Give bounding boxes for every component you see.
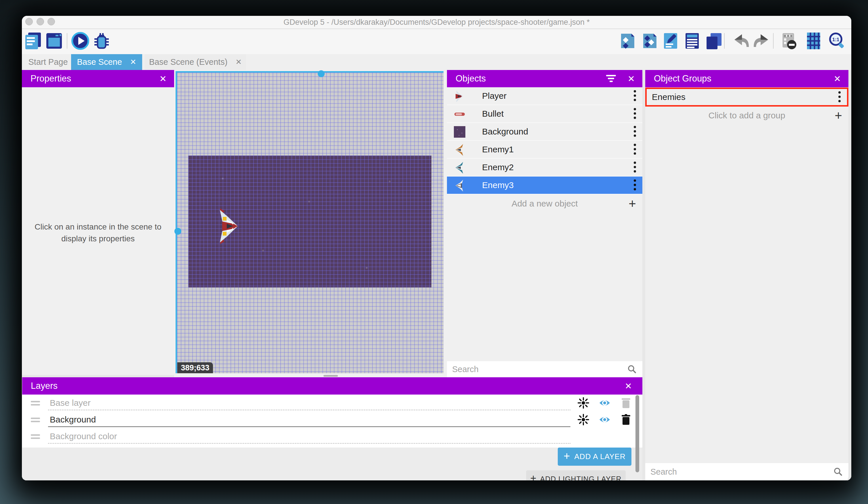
project-manager-icon[interactable]	[24, 32, 42, 50]
add-layer-button[interactable]: + ADD A LAYER	[558, 447, 631, 466]
add-lighting-layer-button[interactable]: + ADD LIGHTING LAYER	[526, 470, 626, 480]
layers-list: Base layer Background Background c	[22, 395, 642, 447]
object-row-enemy3[interactable]: Enemy3	[447, 177, 642, 194]
object-groups-search-bar	[645, 463, 848, 480]
add-group-row[interactable]: Click to add a group +	[645, 107, 848, 124]
window-title: GDevelop 5 - /Users/dkarakay/Documents/G…	[22, 16, 851, 29]
panel-title: Object Groups	[654, 73, 711, 84]
objects-editor-icon[interactable]	[619, 32, 637, 50]
bullet-sprite-icon	[453, 108, 466, 120]
object-row-enemy2[interactable]: Enemy2	[447, 159, 642, 177]
objects-panel-header: Objects ✕	[447, 70, 642, 87]
object-menu-icon[interactable]	[634, 179, 636, 191]
gdevelop-window: GDevelop 5 - /Users/dkarakay/Documents/G…	[22, 16, 851, 480]
object-groups-panel-header: Object Groups ✕	[645, 70, 848, 87]
objects-search-input[interactable]	[452, 361, 608, 377]
main-toolbar: 1:1	[22, 30, 851, 54]
toolbar-separator	[773, 33, 774, 49]
group-menu-icon[interactable]	[838, 91, 841, 103]
toolbar-separator	[724, 33, 725, 49]
layer-effects-icon[interactable]	[578, 414, 589, 425]
toggle-grid-icon[interactable]	[805, 32, 823, 50]
scene-editor: 389;633	[174, 70, 447, 377]
scene-left-handle[interactable]	[174, 228, 181, 235]
layers-panel-header: Layers ✕	[22, 377, 642, 395]
toolbar-separator	[67, 33, 68, 49]
layer-row-background[interactable]: Background	[22, 411, 642, 428]
toggle-window-mask-icon[interactable]	[779, 32, 797, 50]
properties-panel: Properties ✕ Click on an instance in the…	[22, 70, 174, 375]
close-tab-icon[interactable]: ✕	[235, 58, 242, 67]
close-tab-icon[interactable]: ✕	[130, 58, 136, 67]
scene-canvas[interactable]: 389;633	[176, 71, 444, 373]
plus-icon: +	[530, 472, 537, 480]
scene-top-handle[interactable]	[318, 70, 324, 77]
panel-title: Properties	[31, 73, 71, 84]
search-icon[interactable]	[834, 467, 843, 476]
layer-row-background-color[interactable]: Background color	[22, 428, 642, 445]
title-bar: GDevelop 5 - /Users/dkarakay/Documents/G…	[22, 16, 851, 29]
cursor-coordinates-badge: 389;633	[177, 362, 213, 373]
object-row-bullet[interactable]: Bullet	[447, 105, 642, 123]
properties-empty-message: Click on an instance in the scene to dis…	[22, 221, 174, 244]
instances-list-icon[interactable]	[683, 32, 701, 50]
object-menu-icon[interactable]	[634, 90, 636, 102]
object-groups-panel: Object Groups ✕ Enemies Click to add a g…	[645, 70, 848, 480]
drag-handle-icon[interactable]	[31, 417, 40, 424]
layer-visibility-eye-icon[interactable]	[599, 414, 610, 425]
drag-handle-icon[interactable]	[31, 401, 40, 407]
delete-layer-trash-icon[interactable]	[620, 414, 632, 425]
editor-content: Properties ✕ Click on an instance in the…	[22, 70, 851, 480]
player-instance[interactable]	[219, 208, 239, 244]
tab-base-scene-events[interactable]: Base Scene (Events) ✕	[145, 54, 246, 70]
debug-icon[interactable]	[93, 32, 111, 50]
objects-panel: Objects ✕ Player Bullet Background	[447, 70, 642, 377]
object-menu-icon[interactable]	[634, 108, 636, 120]
object-row-enemy1[interactable]: Enemy1	[447, 141, 642, 159]
player-sprite-icon	[453, 90, 466, 102]
panel-title: Layers	[31, 381, 58, 391]
layers-scrollbar[interactable]	[636, 395, 639, 472]
group-row-enemies-highlighted[interactable]: Enemies	[645, 88, 848, 107]
preview-play-icon[interactable]	[71, 32, 89, 50]
object-row-player[interactable]: Player	[447, 87, 642, 105]
layer-row-base[interactable]: Base layer	[22, 395, 642, 411]
object-menu-icon[interactable]	[634, 126, 636, 137]
enemy2-sprite-icon	[453, 161, 466, 174]
layer-visibility-eye-icon[interactable]	[599, 397, 610, 409]
objects-search-bar	[447, 361, 642, 377]
properties-panel-header: Properties ✕	[22, 70, 174, 87]
close-icon[interactable]: ✕	[159, 74, 167, 84]
layers-editor-icon[interactable]	[705, 32, 723, 50]
horizontal-scrollbar[interactable]	[323, 375, 338, 377]
editor-tabs: Start Page Base Scene ✕ Base Scene (Even…	[22, 54, 851, 70]
zoom-original-icon[interactable]: 1:1	[828, 32, 846, 50]
object-groups-editor-icon[interactable]	[641, 32, 659, 50]
add-object-row[interactable]: Add a new object +	[447, 194, 642, 213]
scene-window-icon[interactable]	[45, 32, 63, 50]
delete-layer-trash-icon[interactable]	[620, 397, 632, 409]
layer-effects-icon[interactable]	[578, 397, 589, 409]
filter-icon[interactable]	[606, 75, 616, 82]
tab-start-page[interactable]: Start Page	[27, 54, 70, 70]
object-menu-icon[interactable]	[634, 162, 636, 173]
enemy1-sprite-icon	[453, 143, 466, 156]
plus-icon[interactable]: +	[835, 108, 842, 123]
plus-icon: +	[564, 450, 570, 462]
search-icon[interactable]	[627, 365, 637, 374]
redo-icon[interactable]	[753, 32, 771, 50]
object-groups-search-input[interactable]	[650, 463, 813, 480]
close-icon[interactable]: ✕	[625, 381, 632, 391]
svg-text:1:1: 1:1	[832, 37, 839, 42]
object-row-background[interactable]: Background	[447, 123, 642, 141]
object-menu-icon[interactable]	[634, 144, 636, 155]
drag-handle-icon[interactable]	[31, 434, 40, 441]
plus-icon[interactable]: +	[629, 196, 636, 211]
close-icon[interactable]: ✕	[628, 74, 635, 84]
undo-icon[interactable]	[732, 32, 750, 50]
close-icon[interactable]: ✕	[834, 74, 841, 84]
properties-editor-icon[interactable]	[662, 32, 680, 50]
panel-title: Objects	[456, 73, 486, 84]
layers-panel: Layers ✕ Base layer Background	[22, 377, 642, 480]
tab-base-scene[interactable]: Base Scene ✕	[71, 54, 142, 70]
